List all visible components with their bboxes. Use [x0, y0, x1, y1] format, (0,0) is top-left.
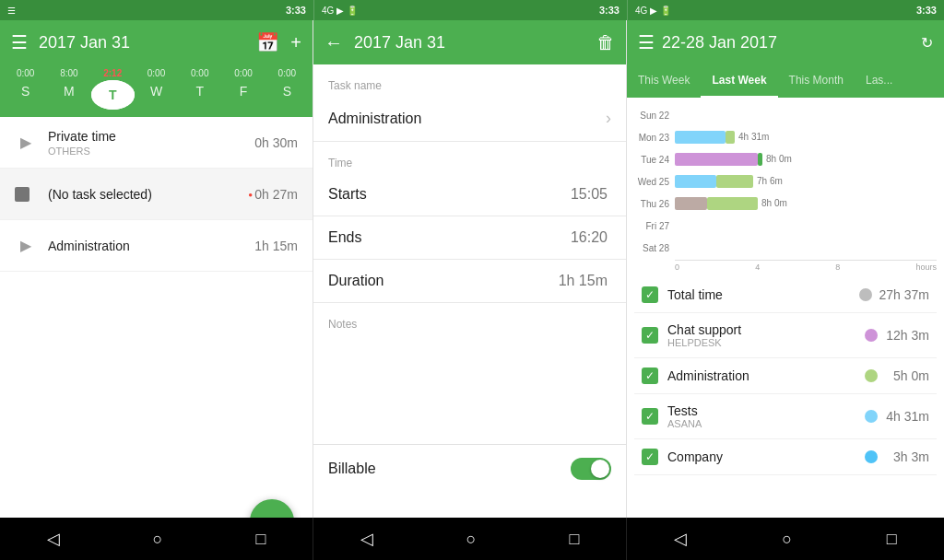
legend-item-2[interactable]: ✓Administration5h 0m	[634, 358, 937, 394]
task-name-0: Private time	[48, 129, 254, 144]
middle-title: 2017 Jan 31	[354, 33, 585, 52]
form-body: Task name Administration › Time Starts 1…	[313, 64, 626, 518]
calendar-icon[interactable]: 📅	[256, 31, 279, 53]
delete-icon[interactable]: 🗑	[596, 32, 615, 53]
day-cell-6[interactable]: S	[266, 80, 309, 110]
legend-list: ✓Total time27h 37m✓Chat supportHELPDESK1…	[627, 277, 944, 518]
task-item-0[interactable]: ▶Private timeOTHERS0h 30m	[0, 117, 313, 169]
task-name-arrow: ›	[606, 109, 611, 128]
time-section: Time	[313, 142, 626, 173]
x-label-0: 0	[675, 262, 755, 272]
day-cell-1[interactable]: M	[47, 80, 90, 110]
task-sub-0: OTHERS	[48, 146, 254, 157]
back-icon[interactable]: ←	[324, 32, 343, 53]
panel-left: ☰ 2017 Jan 31 📅 + 0:008:002:120:000:000:…	[0, 20, 313, 518]
add-icon[interactable]: +	[290, 32, 301, 53]
time-cell-2: 2:12	[91, 68, 135, 78]
task-time-1: 0h 27m	[248, 187, 298, 202]
task-name-section: Task name	[313, 64, 626, 96]
day-cell-3[interactable]: W	[135, 80, 178, 110]
billable-toggle[interactable]	[571, 458, 611, 480]
left-title: 2017 Jan 31	[39, 33, 245, 52]
day-cell-0[interactable]: S	[4, 80, 47, 110]
billable-row[interactable]: Billable	[313, 445, 626, 493]
day-cell-2[interactable]: T	[91, 80, 135, 110]
nav-back-3[interactable]: ◁	[674, 529, 687, 549]
chart-row-3: Wed 257h 6m	[634, 171, 937, 192]
chart-row-6: Sat 28	[634, 238, 937, 258]
duration-row[interactable]: Duration 1h 15m	[313, 260, 626, 303]
starts-value: 15:05	[571, 186, 608, 203]
bar-2-0	[675, 153, 758, 166]
task-name-row[interactable]: Administration ›	[313, 96, 626, 142]
legend-checkbox-0[interactable]: ✓	[642, 286, 658, 303]
menu-icon[interactable]: ☰	[11, 31, 28, 53]
status-right-icons: 4G ▶ 🔋	[635, 6, 671, 16]
legend-name-2: Administration	[667, 368, 857, 383]
hours-label: hours	[915, 262, 937, 272]
legend-checkbox-4[interactable]: ✓	[642, 449, 658, 465]
starts-row[interactable]: Starts 15:05	[313, 173, 626, 216]
legend-time-3: 4h 31m	[885, 409, 929, 424]
legend-sub-3: ASANA	[667, 418, 857, 429]
chart-value-2: 8h 0m	[766, 154, 792, 164]
time-cell-1: 8:00	[47, 68, 90, 78]
task-item-2[interactable]: ▶Administration1h 15m	[0, 220, 313, 272]
task-name-2: Administration	[48, 239, 254, 253]
nav-back-2[interactable]: ◁	[360, 529, 373, 549]
legend-checkbox-2[interactable]: ✓	[642, 368, 658, 384]
legend-checkbox-1[interactable]: ✓	[642, 327, 658, 344]
nav-home-3[interactable]: ○	[782, 530, 792, 549]
hamburger-icon[interactable]: ☰	[638, 31, 655, 53]
bar-2-1	[758, 153, 762, 166]
legend-name-4: Company	[667, 449, 857, 464]
status-mid-icons: 4G ▶ 🔋	[322, 6, 358, 16]
nav-recent-1[interactable]: □	[256, 530, 266, 549]
play-icon-2: ▶	[15, 235, 37, 257]
ends-row[interactable]: Ends 16:20	[313, 216, 626, 260]
left-toolbar: ☰ 2017 Jan 31 📅 +	[0, 20, 313, 64]
nav-recent-2[interactable]: □	[570, 530, 580, 549]
billable-label: Billable	[328, 461, 571, 477]
week-header: 0:008:002:120:000:000:000:00 SMTWTFS	[0, 64, 313, 117]
legend-sub-1: HELPDESK	[667, 337, 857, 348]
legend-name-0: Total time	[667, 287, 852, 302]
tab-2[interactable]: This Month	[778, 64, 855, 98]
x-label-4: 4	[755, 262, 835, 272]
legend-dot-3	[865, 410, 878, 423]
chart-x-axis: 048hours	[675, 260, 937, 272]
chart-bars-2: 8h 0m	[675, 153, 937, 166]
day-cell-4[interactable]: T	[178, 80, 221, 110]
legend-item-4[interactable]: ✓Company3h 3m	[634, 439, 937, 475]
task-item-1[interactable]: (No task selected)0h 27m	[0, 169, 313, 220]
nav-home-2[interactable]: ○	[466, 530, 477, 549]
chart-row-4: Thu 268h 0m	[634, 193, 937, 214]
chart-label-1: Mon 23	[634, 133, 675, 143]
task-name-value: Administration	[328, 111, 606, 127]
legend-item-1[interactable]: ✓Chat supportHELPDESK12h 3m	[634, 313, 937, 358]
nav-home-1[interactable]: ○	[153, 530, 163, 549]
chart-bars-5	[675, 219, 937, 232]
chart-bars-0	[675, 109, 937, 122]
legend-checkbox-3[interactable]: ✓	[642, 408, 658, 425]
nav-back-1[interactable]: ◁	[47, 529, 60, 549]
tab-3[interactable]: Las...	[855, 64, 903, 98]
chart-bars-4: 8h 0m	[675, 197, 937, 210]
nav-recent-3[interactable]: □	[887, 530, 897, 549]
chart-label-2: Tue 24	[634, 155, 675, 165]
tab-0[interactable]: This Week	[627, 64, 701, 98]
legend-time-0: 27h 37m	[879, 287, 929, 302]
legend-time-1: 12h 3m	[885, 328, 929, 343]
refresh-icon[interactable]: ↻	[921, 34, 933, 52]
tab-1[interactable]: Last Week	[701, 64, 777, 98]
duration-label: Duration	[328, 273, 559, 289]
time-cell-3: 0:00	[135, 68, 178, 78]
legend-dot-0	[859, 288, 872, 301]
legend-item-0[interactable]: ✓Total time27h 37m	[634, 277, 937, 313]
notes-section: Notes	[313, 303, 626, 334]
time-cell-5: 0:00	[221, 68, 265, 78]
legend-item-3[interactable]: ✓TestsASANA4h 31m	[634, 394, 937, 439]
day-cell-5[interactable]: F	[221, 80, 265, 110]
legend-name-1: Chat support	[667, 322, 857, 337]
chart-row-5: Fri 27	[634, 216, 937, 236]
